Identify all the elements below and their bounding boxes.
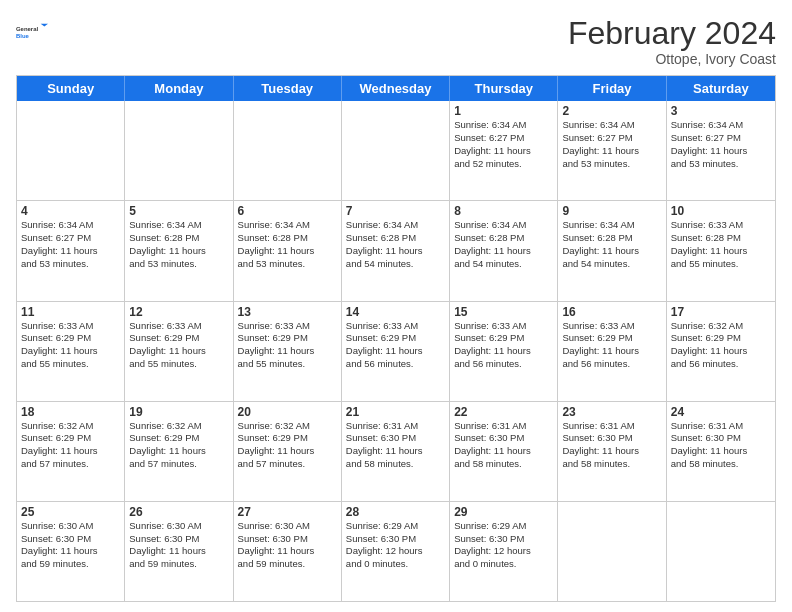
calendar-cell: 26Sunrise: 6:30 AM Sunset: 6:30 PM Dayli… <box>125 502 233 601</box>
calendar-cell: 28Sunrise: 6:29 AM Sunset: 6:30 PM Dayli… <box>342 502 450 601</box>
day-number: 17 <box>671 305 771 319</box>
day-number: 5 <box>129 204 228 218</box>
day-number: 18 <box>21 405 120 419</box>
day-info: Sunrise: 6:31 AM Sunset: 6:30 PM Dayligh… <box>454 420 553 471</box>
location-subtitle: Ottope, Ivory Coast <box>568 51 776 67</box>
logo-icon: GeneralBlue <box>16 16 48 48</box>
calendar-cell: 11Sunrise: 6:33 AM Sunset: 6:29 PM Dayli… <box>17 302 125 401</box>
day-info: Sunrise: 6:33 AM Sunset: 6:29 PM Dayligh… <box>129 320 228 371</box>
day-info: Sunrise: 6:32 AM Sunset: 6:29 PM Dayligh… <box>238 420 337 471</box>
day-of-week-header: Saturday <box>667 76 775 101</box>
day-number: 11 <box>21 305 120 319</box>
day-number: 19 <box>129 405 228 419</box>
day-info: Sunrise: 6:33 AM Sunset: 6:29 PM Dayligh… <box>562 320 661 371</box>
calendar-header: SundayMondayTuesdayWednesdayThursdayFrid… <box>17 76 775 101</box>
day-info: Sunrise: 6:34 AM Sunset: 6:28 PM Dayligh… <box>562 219 661 270</box>
day-number: 24 <box>671 405 771 419</box>
day-info: Sunrise: 6:33 AM Sunset: 6:29 PM Dayligh… <box>238 320 337 371</box>
day-info: Sunrise: 6:30 AM Sunset: 6:30 PM Dayligh… <box>21 520 120 571</box>
svg-text:Blue: Blue <box>16 33 30 39</box>
day-info: Sunrise: 6:30 AM Sunset: 6:30 PM Dayligh… <box>238 520 337 571</box>
day-of-week-header: Thursday <box>450 76 558 101</box>
day-number: 15 <box>454 305 553 319</box>
day-number: 4 <box>21 204 120 218</box>
calendar-row: 25Sunrise: 6:30 AM Sunset: 6:30 PM Dayli… <box>17 502 775 601</box>
day-info: Sunrise: 6:34 AM Sunset: 6:28 PM Dayligh… <box>238 219 337 270</box>
svg-text:General: General <box>16 26 38 32</box>
calendar-cell: 4Sunrise: 6:34 AM Sunset: 6:27 PM Daylig… <box>17 201 125 300</box>
calendar-row: 4Sunrise: 6:34 AM Sunset: 6:27 PM Daylig… <box>17 201 775 301</box>
calendar-cell: 10Sunrise: 6:33 AM Sunset: 6:28 PM Dayli… <box>667 201 775 300</box>
day-number: 27 <box>238 505 337 519</box>
title-block: February 2024 Ottope, Ivory Coast <box>568 16 776 67</box>
day-info: Sunrise: 6:29 AM Sunset: 6:30 PM Dayligh… <box>346 520 445 571</box>
day-number: 9 <box>562 204 661 218</box>
month-title: February 2024 <box>568 16 776 51</box>
day-info: Sunrise: 6:29 AM Sunset: 6:30 PM Dayligh… <box>454 520 553 571</box>
day-of-week-header: Tuesday <box>234 76 342 101</box>
day-number: 10 <box>671 204 771 218</box>
day-info: Sunrise: 6:33 AM Sunset: 6:28 PM Dayligh… <box>671 219 771 270</box>
day-of-week-header: Friday <box>558 76 666 101</box>
calendar-cell <box>342 101 450 200</box>
day-of-week-header: Monday <box>125 76 233 101</box>
day-info: Sunrise: 6:34 AM Sunset: 6:27 PM Dayligh… <box>671 119 771 170</box>
calendar-cell: 27Sunrise: 6:30 AM Sunset: 6:30 PM Dayli… <box>234 502 342 601</box>
calendar-cell: 22Sunrise: 6:31 AM Sunset: 6:30 PM Dayli… <box>450 402 558 501</box>
day-info: Sunrise: 6:34 AM Sunset: 6:28 PM Dayligh… <box>454 219 553 270</box>
day-number: 25 <box>21 505 120 519</box>
day-number: 8 <box>454 204 553 218</box>
day-info: Sunrise: 6:34 AM Sunset: 6:28 PM Dayligh… <box>129 219 228 270</box>
day-info: Sunrise: 6:32 AM Sunset: 6:29 PM Dayligh… <box>21 420 120 471</box>
calendar-row: 18Sunrise: 6:32 AM Sunset: 6:29 PM Dayli… <box>17 402 775 502</box>
day-number: 26 <box>129 505 228 519</box>
day-info: Sunrise: 6:32 AM Sunset: 6:29 PM Dayligh… <box>671 320 771 371</box>
day-number: 7 <box>346 204 445 218</box>
day-info: Sunrise: 6:31 AM Sunset: 6:30 PM Dayligh… <box>671 420 771 471</box>
calendar-cell: 19Sunrise: 6:32 AM Sunset: 6:29 PM Dayli… <box>125 402 233 501</box>
calendar-cell: 2Sunrise: 6:34 AM Sunset: 6:27 PM Daylig… <box>558 101 666 200</box>
day-number: 21 <box>346 405 445 419</box>
calendar-cell: 23Sunrise: 6:31 AM Sunset: 6:30 PM Dayli… <box>558 402 666 501</box>
calendar-cell: 21Sunrise: 6:31 AM Sunset: 6:30 PM Dayli… <box>342 402 450 501</box>
day-number: 13 <box>238 305 337 319</box>
day-number: 12 <box>129 305 228 319</box>
day-info: Sunrise: 6:34 AM Sunset: 6:27 PM Dayligh… <box>454 119 553 170</box>
calendar-cell: 12Sunrise: 6:33 AM Sunset: 6:29 PM Dayli… <box>125 302 233 401</box>
calendar-cell: 15Sunrise: 6:33 AM Sunset: 6:29 PM Dayli… <box>450 302 558 401</box>
day-info: Sunrise: 6:30 AM Sunset: 6:30 PM Dayligh… <box>129 520 228 571</box>
calendar-cell: 1Sunrise: 6:34 AM Sunset: 6:27 PM Daylig… <box>450 101 558 200</box>
calendar-cell: 7Sunrise: 6:34 AM Sunset: 6:28 PM Daylig… <box>342 201 450 300</box>
calendar-body: 1Sunrise: 6:34 AM Sunset: 6:27 PM Daylig… <box>17 101 775 601</box>
calendar-cell <box>667 502 775 601</box>
calendar-cell: 14Sunrise: 6:33 AM Sunset: 6:29 PM Dayli… <box>342 302 450 401</box>
page-header: GeneralBlue February 2024 Ottope, Ivory … <box>16 16 776 67</box>
calendar-cell <box>125 101 233 200</box>
day-info: Sunrise: 6:34 AM Sunset: 6:27 PM Dayligh… <box>562 119 661 170</box>
calendar-cell: 25Sunrise: 6:30 AM Sunset: 6:30 PM Dayli… <box>17 502 125 601</box>
day-number: 28 <box>346 505 445 519</box>
day-info: Sunrise: 6:33 AM Sunset: 6:29 PM Dayligh… <box>346 320 445 371</box>
day-info: Sunrise: 6:33 AM Sunset: 6:29 PM Dayligh… <box>21 320 120 371</box>
svg-marker-2 <box>41 24 48 27</box>
calendar-cell <box>558 502 666 601</box>
day-number: 29 <box>454 505 553 519</box>
calendar-row: 11Sunrise: 6:33 AM Sunset: 6:29 PM Dayli… <box>17 302 775 402</box>
calendar-cell: 13Sunrise: 6:33 AM Sunset: 6:29 PM Dayli… <box>234 302 342 401</box>
calendar-cell: 17Sunrise: 6:32 AM Sunset: 6:29 PM Dayli… <box>667 302 775 401</box>
calendar-cell: 6Sunrise: 6:34 AM Sunset: 6:28 PM Daylig… <box>234 201 342 300</box>
calendar-cell: 9Sunrise: 6:34 AM Sunset: 6:28 PM Daylig… <box>558 201 666 300</box>
calendar-cell: 3Sunrise: 6:34 AM Sunset: 6:27 PM Daylig… <box>667 101 775 200</box>
day-info: Sunrise: 6:34 AM Sunset: 6:27 PM Dayligh… <box>21 219 120 270</box>
calendar-cell: 8Sunrise: 6:34 AM Sunset: 6:28 PM Daylig… <box>450 201 558 300</box>
day-number: 16 <box>562 305 661 319</box>
calendar-cell: 29Sunrise: 6:29 AM Sunset: 6:30 PM Dayli… <box>450 502 558 601</box>
day-info: Sunrise: 6:33 AM Sunset: 6:29 PM Dayligh… <box>454 320 553 371</box>
calendar-cell: 18Sunrise: 6:32 AM Sunset: 6:29 PM Dayli… <box>17 402 125 501</box>
day-number: 23 <box>562 405 661 419</box>
calendar-cell <box>17 101 125 200</box>
calendar-cell <box>234 101 342 200</box>
day-info: Sunrise: 6:34 AM Sunset: 6:28 PM Dayligh… <box>346 219 445 270</box>
day-of-week-header: Sunday <box>17 76 125 101</box>
day-number: 20 <box>238 405 337 419</box>
